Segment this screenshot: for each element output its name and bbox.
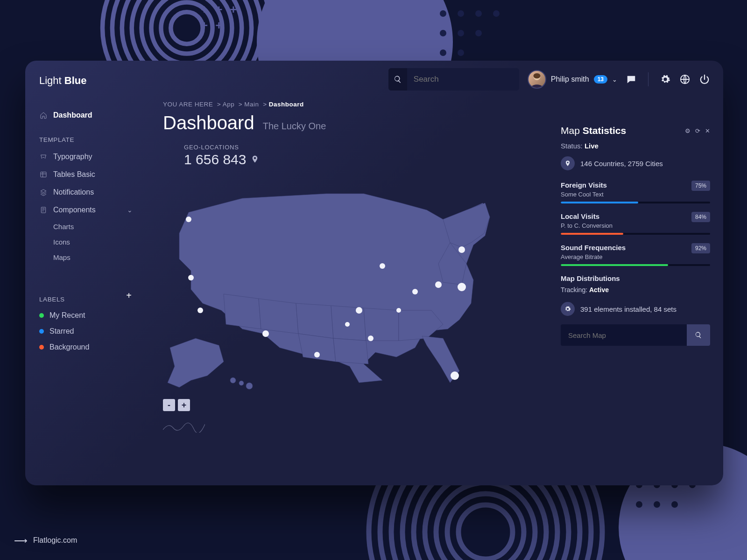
chevron-down-icon: ⌄ [127,206,133,214]
arrow-icon: ⟶ [14,535,27,546]
label-my-recent[interactable]: My Recent [39,308,142,323]
page-title: Dashboard The Lucky One [163,112,547,133]
typography-icon [39,153,48,161]
stat-bar [561,264,710,266]
svg-rect-17 [41,172,46,177]
widget-location-line: 146 Countries, 2759 Cities [561,156,710,170]
search-icon [388,68,407,91]
svg-point-25 [188,275,194,280]
chat-icon[interactable] [626,74,637,85]
map-statistics-widget: Map Statistics ⚙ ⟳ ✕ Status: Live [561,125,710,481]
pin-icon [251,152,259,168]
stat-pct: 75% [691,181,710,191]
zoom-out-button[interactable]: - [163,399,175,411]
globe-icon[interactable] [679,74,691,85]
sidebar-item-tables[interactable]: Tables Basic [39,166,142,183]
zoom-in-button[interactable]: + [178,399,190,411]
sidebar-subitem-maps[interactable]: Maps [39,250,142,265]
search-input[interactable] [407,75,519,84]
svg-point-23 [246,383,253,389]
usa-map[interactable] [163,170,499,394]
map-zoom: - + [163,399,547,411]
bg-dots-top [434,5,505,63]
svg-point-27 [262,330,269,337]
svg-point-5 [151,0,222,63]
sidebar: Light Blue Dashboard TEMPLATE Typography… [25,61,142,485]
sidebar-item-label: Tables Basic [53,170,95,179]
main-area: Philip smith 13 ⌄ YOU ARE HERE [142,61,723,485]
crumb-app[interactable]: App [223,101,235,108]
gear-icon[interactable] [660,74,671,85]
geo-count: 1 656 843 [184,152,246,168]
sidebar-item-components[interactable]: Components ⌄ [39,201,142,219]
svg-point-26 [197,308,203,313]
sidebar-item-notifications[interactable]: Notifications [39,183,142,201]
widget-close-icon[interactable]: ✕ [705,127,710,134]
svg-point-32 [380,263,385,269]
pin-icon [561,156,575,170]
label-background[interactable]: Background [39,339,142,355]
widget-actions: ⚙ ⟳ ✕ [685,127,710,134]
svg-point-14 [436,483,535,560]
svg-point-35 [435,281,442,288]
user-menu[interactable]: Philip smith 13 ⌄ [528,70,617,89]
logo-light: Light [39,75,62,86]
svg-point-29 [345,322,350,327]
map-search [561,324,710,346]
svg-point-21 [230,378,236,383]
stat-1: Local Visits84%P. to C. Conversion [561,212,710,235]
sidebar-item-label: Components [53,206,96,214]
dashboard-icon [39,111,48,119]
power-icon[interactable] [699,74,710,85]
stat-bar [561,233,710,235]
credit[interactable]: ⟶ Flatlogic.com [14,535,77,546]
svg-point-22 [239,381,244,385]
topbar: Philip smith 13 ⌄ [142,61,723,98]
logo: Light Blue [39,75,142,87]
stat-title: Sound Frequencies [561,244,626,252]
gear-icon [561,302,575,316]
label-text: Background [49,343,89,351]
global-search[interactable] [388,68,519,91]
widget-status: Status: Live [561,142,710,150]
sidebar-item-typography[interactable]: Typography [39,148,142,166]
widget-refresh-icon[interactable]: ⟳ [695,127,700,134]
add-label-button[interactable]: + [126,290,132,301]
sidebar-item-dashboard[interactable]: Dashboard [39,106,142,124]
svg-point-16 [458,505,513,559]
app-window: Light Blue Dashboard TEMPLATE Typography… [25,61,723,485]
label-starred[interactable]: Starred [39,323,142,339]
sidebar-subitem-charts[interactable]: Charts [39,219,142,234]
geo-header: GEO-LOCATIONS 1 656 843 [184,144,547,168]
svg-point-31 [368,336,374,341]
user-name: Philip smith [551,75,589,84]
user-badge: 13 [594,75,607,84]
sidebar-heading-labels: LABELS [39,296,65,303]
svg-point-34 [412,289,418,294]
avatar [528,70,546,89]
svg-point-36 [458,283,466,291]
stat-pct: 84% [691,212,710,222]
label-dot [39,313,44,318]
tables-icon [39,170,48,179]
sidebar-subitem-icons[interactable]: Icons [39,234,142,250]
stat-title: Local Visits [561,212,599,220]
notifications-icon [39,188,48,196]
map-search-button[interactable] [687,324,710,346]
sidebar-item-label: Dashboard [53,111,92,119]
crumb-main[interactable]: Main [244,101,259,108]
map-distributions: Map Distributions Tracking: Active [561,274,710,294]
page-subtitle: The Lucky One [263,121,326,132]
widget-gear-icon[interactable]: ⚙ [685,127,691,134]
stat-pct: 92% [691,243,710,253]
map-search-input[interactable] [561,324,687,346]
label-text: Starred [49,327,74,336]
svg-point-6 [161,2,212,54]
stat-sub: Some Cool Text [561,191,710,198]
svg-point-28 [314,352,320,357]
svg-point-7 [171,12,203,44]
label-dot [39,345,44,350]
svg-point-15 [447,494,524,560]
content-left: YOU ARE HERE > App > Main > Dashboard Da… [163,98,547,481]
chevron-down-icon: ⌄ [612,76,617,83]
